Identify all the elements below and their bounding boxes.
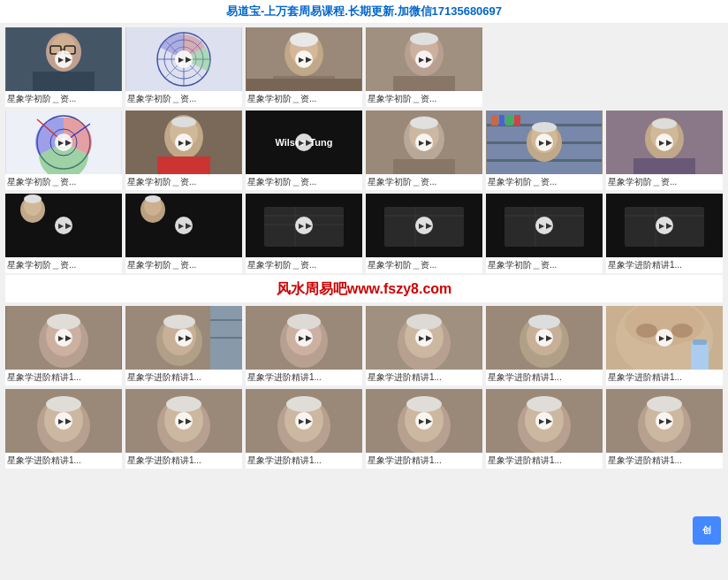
play-icon: ▶ xyxy=(58,139,64,147)
video-item[interactable]: ▶ 星象学进阶精讲1... xyxy=(606,194,723,273)
play-icon: ▶ xyxy=(419,334,424,342)
video-label: 星象学进阶精讲1... xyxy=(366,370,482,385)
svg-point-35 xyxy=(171,117,196,127)
svg-rect-47 xyxy=(491,115,498,126)
video-item[interactable]: ▶ 星象学进阶精讲1... xyxy=(246,306,362,385)
play-icon: ▶ xyxy=(419,222,424,230)
video-item[interactable]: ▶ 星象学进阶精讲1... xyxy=(486,306,603,385)
video-item[interactable]: ▶ 星象学初阶＿资... xyxy=(366,27,482,107)
video-item[interactable]: ▶ 星象学初阶＿资... xyxy=(606,111,723,190)
video-item[interactable]: ▶ 星象学初阶＿资... xyxy=(246,27,362,107)
play-icon: ▶ xyxy=(299,222,304,230)
svg-point-18 xyxy=(290,33,318,47)
play-icon: ▶ xyxy=(178,139,184,147)
svg-rect-93 xyxy=(210,319,242,321)
svg-point-106 xyxy=(528,315,560,329)
video-label: 星象学进阶精讲1... xyxy=(366,453,482,469)
video-label: 星象学进阶精讲1... xyxy=(5,453,122,469)
video-item[interactable]: ▶ 星象学进阶精讲1... xyxy=(246,389,362,469)
video-label: 星象学进阶精讲1... xyxy=(486,370,603,385)
svg-point-98 xyxy=(287,314,321,330)
video-item[interactable]: ▶ 星象学进阶精讲1... xyxy=(366,306,482,385)
video-label: 星象学初阶＿资... xyxy=(366,174,482,190)
mid-banner: 风水周易吧www.fszy8.com xyxy=(5,275,723,302)
svg-rect-41 xyxy=(393,159,455,174)
play-icon: ▶ xyxy=(58,334,64,342)
video-label: 星象学进阶精讲1... xyxy=(606,257,723,273)
svg-rect-58 xyxy=(633,158,695,174)
video-label: 星象学初阶＿资... xyxy=(246,91,362,107)
svg-rect-3 xyxy=(33,72,95,91)
float-icon: 创 xyxy=(702,524,711,537)
play-icon: ▶ xyxy=(299,417,304,425)
video-item[interactable]: ▶ 星象学初阶＿资... xyxy=(486,111,603,190)
video-item[interactable]: ▶ 星象学初阶＿资... xyxy=(366,111,482,190)
play-icon: ▶ xyxy=(299,139,304,147)
video-item[interactable]: ▶ 星象学初阶＿资... xyxy=(246,194,362,273)
svg-point-133 xyxy=(527,396,562,412)
video-label: 星象学初阶＿资... xyxy=(5,91,122,107)
svg-point-110 xyxy=(636,324,657,338)
top-banner: 易道宝-上万套周易课程.长期更新.加微信17135680697 xyxy=(0,0,728,24)
video-item[interactable]: ▶ 星象学进阶精讲1... xyxy=(366,389,482,469)
svg-point-62 xyxy=(24,195,42,203)
play-icon: ▶ xyxy=(419,56,424,64)
play-icon: ▶ xyxy=(659,222,664,230)
svg-point-111 xyxy=(671,324,693,338)
svg-point-102 xyxy=(406,314,442,330)
video-label: 星象学初阶＿资... xyxy=(125,174,242,190)
svg-rect-50 xyxy=(514,115,520,126)
video-item[interactable]: ▶ 星象学进阶精讲1... xyxy=(486,389,603,469)
play-icon: ▶ xyxy=(58,417,64,425)
video-label: 星象学进阶精讲1... xyxy=(606,370,723,385)
play-icon: ▶ xyxy=(178,417,184,425)
svg-rect-112 xyxy=(691,341,709,370)
svg-rect-94 xyxy=(210,337,242,339)
video-label: 星象学进阶精讲1... xyxy=(486,453,603,469)
play-icon: ▶ xyxy=(178,56,184,64)
video-label: 星象学初阶＿资... xyxy=(246,257,362,273)
video-item[interactable]: ▶ 星象学初阶＿资... xyxy=(5,111,122,190)
svg-point-137 xyxy=(647,396,682,412)
video-item[interactable]: ▶ 星象学进阶精讲1... xyxy=(606,389,723,469)
video-item[interactable]: ▶ 星象学初阶＿资... xyxy=(125,111,242,190)
video-label: 星象学初阶＿资... xyxy=(125,91,242,107)
svg-rect-36 xyxy=(157,156,210,174)
play-icon: ▶ xyxy=(539,417,544,425)
svg-point-125 xyxy=(286,396,322,412)
video-item[interactable]: ▶ 星象学进阶精讲1... xyxy=(125,389,242,469)
play-icon: ▶ xyxy=(178,222,184,230)
video-item[interactable]: ▶ 星象学初阶＿资... xyxy=(366,194,482,273)
video-item[interactable]: ▶ 星象学进阶精讲1... xyxy=(5,389,122,469)
svg-rect-25 xyxy=(393,76,455,91)
float-button[interactable]: 创 xyxy=(693,516,721,545)
video-item[interactable]: ▶ 星象学初阶＿资... xyxy=(486,194,603,273)
svg-point-66 xyxy=(145,195,161,202)
video-item[interactable]: ▶ 星象学初阶＿资... xyxy=(5,194,122,273)
video-label: 星象学进阶精讲1... xyxy=(606,453,723,469)
svg-rect-113 xyxy=(693,340,707,345)
video-item[interactable]: ▶ 星象学初阶＿资... xyxy=(125,27,242,107)
video-label: 星象学初阶＿资... xyxy=(606,174,723,190)
play-icon: ▶ xyxy=(419,139,424,147)
play-icon: ▶ xyxy=(419,417,424,425)
video-label: 星象学初阶＿资... xyxy=(366,257,482,273)
video-label: 星象学进阶精讲1... xyxy=(5,370,122,385)
video-item[interactable]: ▶ 星象学进阶精讲1... xyxy=(5,306,122,385)
play-icon: ▶ xyxy=(178,334,184,342)
video-item[interactable]: Wilson Tung ▶ 星象学初阶＿资... xyxy=(246,111,362,190)
svg-point-24 xyxy=(410,33,438,45)
video-item[interactable]: ▶ 星象学初阶＿资... xyxy=(125,194,242,273)
video-item[interactable]: ▶ 星象学进阶精讲1... xyxy=(125,306,242,385)
svg-point-53 xyxy=(532,122,557,133)
video-label: 星象学初阶＿资... xyxy=(486,174,603,190)
play-icon: ▶ xyxy=(299,334,304,342)
video-item[interactable]: ▶ 星象学初阶＿资... xyxy=(5,27,122,107)
svg-rect-20 xyxy=(246,79,361,91)
svg-point-117 xyxy=(46,396,81,412)
play-icon: ▶ xyxy=(539,334,544,342)
svg-point-57 xyxy=(652,118,677,129)
video-label: 星象学初阶＿资... xyxy=(486,257,603,273)
video-item[interactable]: ▶ 星象学进阶精讲1... xyxy=(606,306,723,385)
svg-point-40 xyxy=(410,117,438,129)
